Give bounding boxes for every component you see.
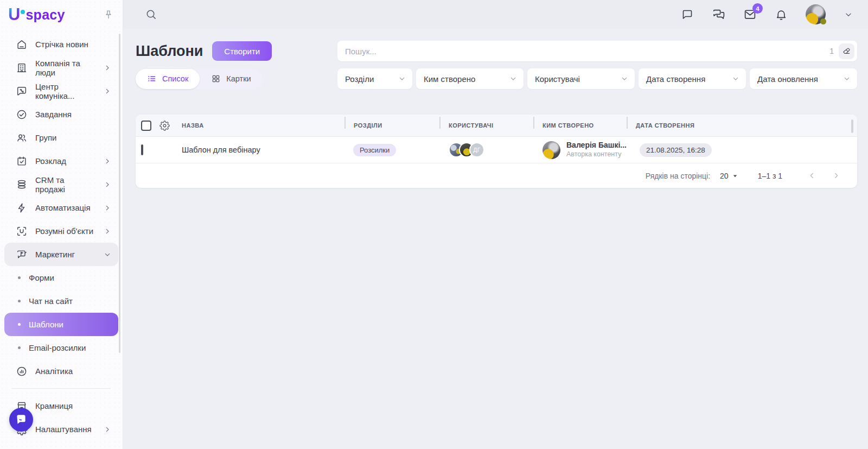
sidebar-item-newsfeed[interactable]: Стрічка новин [4,33,118,56]
bullet-icon [18,300,21,302]
create-button[interactable]: Створити [212,41,272,61]
tab-label: Картки [226,74,251,83]
filter-sections[interactable]: Розділи [337,68,412,89]
filter-created-by[interactable]: Ким створено [416,68,524,89]
logo-letter: U [8,7,20,23]
users-avatar-group: ДГ [439,142,533,157]
table-settings-gear-icon[interactable] [159,121,170,131]
mail-icon[interactable]: 4 [743,8,757,21]
sidebar-item-marketing[interactable]: Маркетинг [4,243,118,266]
status-dot [820,18,826,24]
filter-label: Користувачі [535,74,580,84]
row-date-cell: 21.08.2025, 16:28 [627,143,857,157]
bell-icon[interactable] [775,8,788,21]
sidebar-item-tasks[interactable]: Завдання [4,103,118,126]
sidebar-item-label: Налаштування [35,425,92,434]
select-all-checkbox[interactable] [141,121,151,131]
logo-text: spacy [25,7,65,23]
row-checkbox[interactable] [141,144,143,155]
sidebar-subitem-label: Email-розсилки [29,343,86,352]
next-page-button[interactable] [824,171,848,180]
row-sections-cell: Розсилки [344,144,439,156]
sidebar-item-company[interactable]: Компанія та люди [4,56,118,79]
chevron-right-icon [103,227,112,236]
sidebar-divider [12,388,111,389]
filter-date-created[interactable]: Дата створення [639,68,746,89]
search-bar: 1 [337,41,857,61]
sidebar-item-communication[interactable]: Центр комуніка... [4,79,118,103]
sidebar-nav: Стрічка новин Компанія та люди Центр ком… [0,29,123,449]
search-input[interactable] [345,47,825,56]
template-name-link[interactable]: Шаблон для вебінару [182,146,344,154]
filter-date-updated[interactable]: Дата оновлення [750,68,857,89]
search-result-count: 1 [829,47,834,55]
user-menu-chevron-icon[interactable] [844,10,853,20]
column-header-name: НАЗВА [182,122,344,129]
creator-avatar [542,141,560,159]
comm-center-icon [16,85,28,97]
pagination-range: 1–1 з 1 [758,172,782,180]
sidebar-subitem-email-campaigns[interactable]: Email-розсилки [4,336,118,359]
sidebar-item-crm[interactable]: CRM та продажі [4,173,118,196]
global-search-icon[interactable] [145,8,157,21]
sidebar-item-automation[interactable]: Автоматизація [4,196,118,219]
tab-cards-view[interactable]: Картки [200,69,262,89]
templates-table-card: НАЗВА РОЗДІЛИ КОРИСТУВАЧІ КИМ СТВОРЕНО Д… [136,115,857,188]
sidebar-subitem-label: Чат на сайт [29,296,73,306]
chevron-right-icon [103,180,112,189]
row-creator-cell: Валерія Башкі... Авторка контенту [533,141,627,159]
filter-label: Дата створення [646,74,705,84]
home-icon [16,39,28,50]
column-header-date-created: ДАТА СТВОРЕННЯ [627,122,857,129]
row-users-cell: ДГ [439,142,533,157]
mail-badge: 4 [752,3,763,14]
creator-role: Авторка контенту [566,150,627,159]
pin-sidebar-icon[interactable] [103,9,114,20]
rows-per-page-select[interactable]: 20 [720,172,739,180]
sidebar-subitem-templates[interactable]: Шаблони [4,313,118,336]
sidebar-item-label: Крамниця [35,401,73,410]
chevron-right-icon [103,425,112,434]
rows-per-page-value: 20 [720,172,729,180]
topbar-actions: 4 [681,4,853,24]
user-avatar[interactable] [806,4,826,24]
filter-users[interactable]: Користувачі [527,68,635,89]
view-switcher: Список Картки [136,69,263,89]
chevron-down-icon [103,250,112,259]
chevron-right-icon [103,204,112,212]
filter-label: Ким створено [424,74,475,84]
previous-page-button[interactable] [800,171,824,180]
sidebar-item-label: Маркетинг [35,250,75,259]
sidebar-item-analytics[interactable]: Аналітика [4,359,118,383]
sidebar-subitem-forms[interactable]: Форми [4,266,118,289]
sidebar-item-smart-objects[interactable]: Розумні об'єкти [4,219,118,243]
clear-filters-button[interactable] [839,43,854,59]
sidebar-item-label: Аналітика [35,366,73,376]
logo-dot-icon [21,10,25,14]
bullet-icon [18,323,21,326]
sidebar-subitem-site-chat[interactable]: Чат на сайт [4,289,118,313]
column-header-users: КОРИСТУВАЧІ [439,122,533,129]
chat-icon[interactable] [681,8,694,21]
database-icon [16,179,28,191]
chat-smile-icon [14,413,28,427]
chevron-down-icon [509,74,518,83]
sidebar-scrollbar[interactable] [119,34,120,353]
calendar-icon [16,155,28,167]
app-logo[interactable]: U spacy [8,7,65,23]
table-scrollbar[interactable] [851,119,853,133]
messenger-icon[interactable] [712,8,725,21]
sidebar-item-label: Автоматизація [35,203,91,212]
bullet-icon [18,276,21,279]
sidebar-item-label: CRM та продажі [35,175,95,194]
chevron-down-icon [620,74,629,83]
sidebar-item-groups[interactable]: Групи [4,126,118,149]
support-chat-fab[interactable] [9,408,33,432]
sidebar-item-schedule[interactable]: Розклад [4,149,118,173]
lightning-icon [16,202,28,214]
filter-label: Дата оновлення [757,74,818,84]
sidebar-subitem-label: Форми [29,273,54,282]
sidebar-item-label: Групи [35,133,56,142]
sidebar: U spacy Стрічка новин Компанія та люди Ц… [0,0,123,449]
tab-list-view[interactable]: Список [136,69,200,89]
